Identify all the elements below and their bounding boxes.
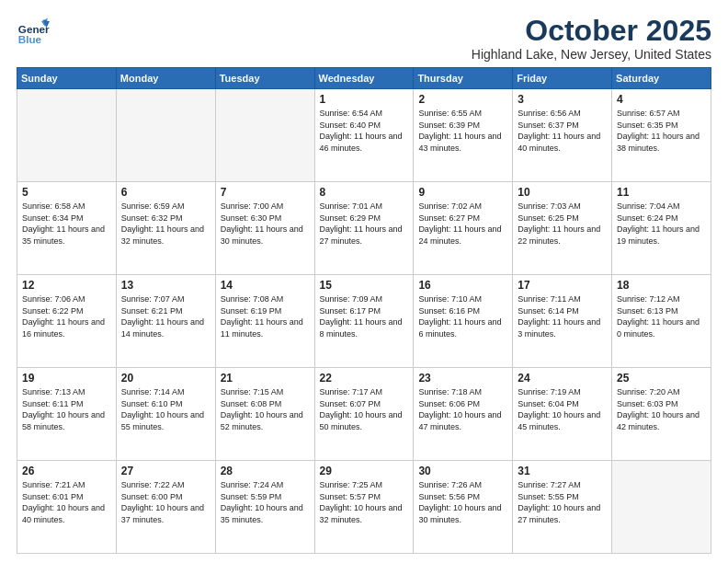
calendar-cell-5: 5Sunrise: 6:58 AM Sunset: 6:34 PM Daylig… bbox=[17, 182, 117, 275]
cell-content: Sunrise: 7:17 AM Sunset: 6:07 PM Dayligh… bbox=[320, 386, 409, 432]
calendar-cell-4: 4Sunrise: 6:57 AM Sunset: 6:35 PM Daylig… bbox=[612, 89, 711, 182]
calendar-cell-18: 18Sunrise: 7:12 AM Sunset: 6:13 PM Dayli… bbox=[612, 275, 711, 368]
cell-content: Sunrise: 7:21 AM Sunset: 6:01 PM Dayligh… bbox=[22, 479, 111, 525]
calendar-page: General Blue October 2025 Highland Lake,… bbox=[0, 0, 728, 563]
cell-content: Sunrise: 7:12 AM Sunset: 6:13 PM Dayligh… bbox=[617, 293, 706, 339]
cell-content: Sunrise: 7:09 AM Sunset: 6:17 PM Dayligh… bbox=[320, 293, 409, 339]
day-number: 21 bbox=[221, 372, 310, 385]
cell-content: Sunrise: 7:10 AM Sunset: 6:16 PM Dayligh… bbox=[418, 293, 507, 339]
day-number: 11 bbox=[617, 186, 706, 199]
cell-content: Sunrise: 7:24 AM Sunset: 5:59 PM Dayligh… bbox=[221, 479, 310, 525]
calendar-cell-1: 1Sunrise: 6:54 AM Sunset: 6:40 PM Daylig… bbox=[314, 89, 414, 182]
cell-content: Sunrise: 7:01 AM Sunset: 6:29 PM Dayligh… bbox=[320, 201, 409, 247]
logo-icon: General Blue bbox=[17, 15, 50, 48]
day-number: 14 bbox=[221, 279, 310, 292]
calendar-cell-7: 7Sunrise: 7:00 AM Sunset: 6:30 PM Daylig… bbox=[215, 182, 314, 275]
calendar-cell-16: 16Sunrise: 7:10 AM Sunset: 6:16 PM Dayli… bbox=[414, 275, 513, 368]
calendar-cell-9: 9Sunrise: 7:02 AM Sunset: 6:27 PM Daylig… bbox=[414, 182, 513, 275]
calendar-cell-10: 10Sunrise: 7:03 AM Sunset: 6:25 PM Dayli… bbox=[513, 182, 612, 275]
calendar-cell-6: 6Sunrise: 6:59 AM Sunset: 6:32 PM Daylig… bbox=[116, 182, 215, 275]
day-number: 13 bbox=[121, 279, 210, 292]
cell-content: Sunrise: 7:06 AM Sunset: 6:22 PM Dayligh… bbox=[22, 293, 111, 339]
calendar-table: SundayMondayTuesdayWednesdayThursdayFrid… bbox=[17, 67, 711, 554]
day-number: 27 bbox=[121, 465, 210, 477]
day-number: 6 bbox=[121, 186, 210, 199]
cell-content: Sunrise: 7:08 AM Sunset: 6:19 PM Dayligh… bbox=[221, 293, 310, 339]
day-number: 1 bbox=[320, 93, 409, 106]
cell-content: Sunrise: 7:26 AM Sunset: 5:56 PM Dayligh… bbox=[418, 479, 507, 525]
calendar-cell-31: 31Sunrise: 7:27 AM Sunset: 5:55 PM Dayli… bbox=[513, 461, 612, 554]
day-number: 5 bbox=[22, 186, 111, 199]
calendar-week-1: 1Sunrise: 6:54 AM Sunset: 6:40 PM Daylig… bbox=[17, 89, 711, 182]
calendar-cell-empty bbox=[612, 461, 711, 554]
day-number: 19 bbox=[22, 372, 111, 385]
header: General Blue October 2025 Highland Lake,… bbox=[17, 15, 711, 62]
day-number: 10 bbox=[518, 186, 607, 199]
day-number: 9 bbox=[418, 186, 507, 199]
day-number: 18 bbox=[617, 279, 706, 292]
calendar-cell-11: 11Sunrise: 7:04 AM Sunset: 6:24 PM Dayli… bbox=[612, 182, 711, 275]
cell-content: Sunrise: 7:07 AM Sunset: 6:21 PM Dayligh… bbox=[121, 293, 210, 339]
logo: General Blue bbox=[17, 15, 50, 48]
cell-content: Sunrise: 6:55 AM Sunset: 6:39 PM Dayligh… bbox=[418, 108, 507, 154]
calendar-cell-30: 30Sunrise: 7:26 AM Sunset: 5:56 PM Dayli… bbox=[414, 461, 513, 554]
calendar-cell-28: 28Sunrise: 7:24 AM Sunset: 5:59 PM Dayli… bbox=[215, 461, 314, 554]
calendar-cell-3: 3Sunrise: 6:56 AM Sunset: 6:37 PM Daylig… bbox=[513, 89, 612, 182]
day-number: 8 bbox=[320, 186, 409, 199]
cell-content: Sunrise: 6:54 AM Sunset: 6:40 PM Dayligh… bbox=[320, 108, 409, 154]
day-number: 22 bbox=[320, 372, 409, 385]
day-header-saturday: Saturday bbox=[612, 68, 711, 89]
calendar-cell-15: 15Sunrise: 7:09 AM Sunset: 6:17 PM Dayli… bbox=[314, 275, 414, 368]
calendar-cell-8: 8Sunrise: 7:01 AM Sunset: 6:29 PM Daylig… bbox=[314, 182, 414, 275]
cell-content: Sunrise: 7:13 AM Sunset: 6:11 PM Dayligh… bbox=[22, 386, 111, 432]
calendar-week-2: 5Sunrise: 6:58 AM Sunset: 6:34 PM Daylig… bbox=[17, 182, 711, 275]
calendar-week-3: 12Sunrise: 7:06 AM Sunset: 6:22 PM Dayli… bbox=[17, 275, 711, 368]
month-title: October 2025 bbox=[472, 15, 711, 47]
day-number: 24 bbox=[518, 372, 607, 385]
cell-content: Sunrise: 7:19 AM Sunset: 6:04 PM Dayligh… bbox=[518, 386, 607, 432]
day-number: 17 bbox=[518, 279, 607, 292]
cell-content: Sunrise: 7:25 AM Sunset: 5:57 PM Dayligh… bbox=[320, 479, 409, 525]
day-number: 2 bbox=[418, 93, 507, 106]
cell-content: Sunrise: 7:04 AM Sunset: 6:24 PM Dayligh… bbox=[617, 201, 706, 247]
calendar-cell-20: 20Sunrise: 7:14 AM Sunset: 6:10 PM Dayli… bbox=[116, 368, 215, 461]
day-number: 25 bbox=[617, 372, 706, 385]
calendar-cell-29: 29Sunrise: 7:25 AM Sunset: 5:57 PM Dayli… bbox=[314, 461, 414, 554]
title-area: October 2025 Highland Lake, New Jersey, … bbox=[472, 15, 711, 62]
day-header-thursday: Thursday bbox=[414, 68, 513, 89]
day-number: 7 bbox=[221, 186, 310, 199]
day-header-wednesday: Wednesday bbox=[314, 68, 414, 89]
cell-content: Sunrise: 7:20 AM Sunset: 6:03 PM Dayligh… bbox=[617, 386, 706, 432]
day-number: 30 bbox=[418, 465, 507, 477]
calendar-cell-13: 13Sunrise: 7:07 AM Sunset: 6:21 PM Dayli… bbox=[116, 275, 215, 368]
cell-content: Sunrise: 6:56 AM Sunset: 6:37 PM Dayligh… bbox=[518, 108, 607, 154]
cell-content: Sunrise: 6:58 AM Sunset: 6:34 PM Dayligh… bbox=[22, 201, 111, 247]
day-number: 28 bbox=[221, 465, 310, 477]
cell-content: Sunrise: 7:15 AM Sunset: 6:08 PM Dayligh… bbox=[221, 386, 310, 432]
calendar-cell-26: 26Sunrise: 7:21 AM Sunset: 6:01 PM Dayli… bbox=[17, 461, 117, 554]
calendar-cell-12: 12Sunrise: 7:06 AM Sunset: 6:22 PM Dayli… bbox=[17, 275, 117, 368]
cell-content: Sunrise: 7:03 AM Sunset: 6:25 PM Dayligh… bbox=[518, 201, 607, 247]
calendar-cell-empty bbox=[215, 89, 314, 182]
calendar-cell-19: 19Sunrise: 7:13 AM Sunset: 6:11 PM Dayli… bbox=[17, 368, 117, 461]
cell-content: Sunrise: 6:57 AM Sunset: 6:35 PM Dayligh… bbox=[617, 108, 706, 154]
calendar-cell-25: 25Sunrise: 7:20 AM Sunset: 6:03 PM Dayli… bbox=[612, 368, 711, 461]
day-number: 15 bbox=[320, 279, 409, 292]
day-header-monday: Monday bbox=[116, 68, 215, 89]
calendar-cell-2: 2Sunrise: 6:55 AM Sunset: 6:39 PM Daylig… bbox=[414, 89, 513, 182]
calendar-cell-empty bbox=[116, 89, 215, 182]
day-number: 23 bbox=[418, 372, 507, 385]
location: Highland Lake, New Jersey, United States bbox=[472, 47, 711, 62]
calendar-week-4: 19Sunrise: 7:13 AM Sunset: 6:11 PM Dayli… bbox=[17, 368, 711, 461]
cell-content: Sunrise: 7:22 AM Sunset: 6:00 PM Dayligh… bbox=[121, 479, 210, 525]
day-number: 26 bbox=[22, 465, 111, 477]
calendar-cell-17: 17Sunrise: 7:11 AM Sunset: 6:14 PM Dayli… bbox=[513, 275, 612, 368]
day-number: 12 bbox=[22, 279, 111, 292]
cell-content: Sunrise: 7:27 AM Sunset: 5:55 PM Dayligh… bbox=[518, 479, 607, 525]
calendar-week-5: 26Sunrise: 7:21 AM Sunset: 6:01 PM Dayli… bbox=[17, 461, 711, 554]
cell-content: Sunrise: 7:18 AM Sunset: 6:06 PM Dayligh… bbox=[418, 386, 507, 432]
calendar-cell-21: 21Sunrise: 7:15 AM Sunset: 6:08 PM Dayli… bbox=[215, 368, 314, 461]
cell-content: Sunrise: 7:00 AM Sunset: 6:30 PM Dayligh… bbox=[221, 201, 310, 247]
cell-content: Sunrise: 7:14 AM Sunset: 6:10 PM Dayligh… bbox=[121, 386, 210, 432]
day-number: 16 bbox=[418, 279, 507, 292]
